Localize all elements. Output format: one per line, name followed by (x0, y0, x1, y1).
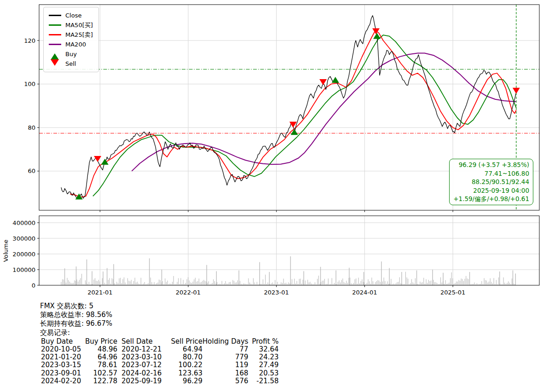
volume-spike-bar (364, 272, 364, 285)
volume-bar (272, 282, 273, 285)
volume-bar (448, 283, 448, 285)
volume-bar (457, 282, 458, 285)
y-tick-label: 0 (32, 282, 35, 289)
volume-bar (311, 283, 312, 285)
volume-bar (67, 278, 68, 285)
volume-bar (377, 280, 378, 285)
volume-bar (440, 277, 441, 285)
sell-triangle-icon (48, 61, 61, 67)
volume-bar (172, 282, 173, 285)
volume-bar (357, 284, 358, 285)
volume-spike-bar (239, 271, 239, 285)
volume-bar (196, 282, 197, 285)
volume-bar (253, 278, 254, 285)
volume-bar (508, 281, 508, 285)
volume-bar (212, 283, 213, 285)
trade-col-header: Buy Date (40, 338, 85, 346)
volume-bar (387, 282, 387, 286)
volume-bar (379, 281, 379, 285)
volume-bar (116, 282, 117, 286)
volume-bar (415, 278, 416, 285)
volume-bar (73, 283, 74, 285)
volume-bar (213, 279, 214, 285)
legend-line-swatch (48, 34, 61, 35)
trade-cell: 2025-09-19 (117, 377, 168, 385)
stat-hold-return: 长期持有收益: 96.67% (40, 319, 279, 328)
volume-spike-bar (92, 271, 92, 285)
volume-bar (487, 282, 488, 285)
volume-spike-bar (290, 256, 291, 285)
volume-bar (143, 283, 144, 285)
trade-cell: 576 (202, 377, 248, 385)
volume-bar (154, 282, 155, 285)
volume-bar (451, 272, 452, 285)
trade-col-header: Holding Days (202, 338, 248, 346)
volume-bar (74, 280, 75, 285)
volume-bar (294, 279, 295, 285)
quote-info-box: 96.29 (+3.57 +3.85%) 77.41~106.80 88.25/… (449, 159, 533, 205)
volume-bar (180, 278, 181, 285)
stat-records-label: 交易记录: (40, 329, 279, 337)
volume-bar (66, 282, 66, 285)
y-tick-label: 300000 (12, 235, 35, 242)
volume-bar (61, 282, 61, 285)
legend-label: MA25[卖] (65, 31, 93, 39)
volume-bar (114, 283, 115, 285)
volume-bar (229, 282, 229, 285)
volume-bar (324, 279, 325, 285)
volume-spike-bar (320, 267, 321, 285)
trade-cell: 2023-03-10 (117, 353, 168, 361)
trade-cell: 48.96 (85, 346, 117, 353)
volume-bar (411, 279, 412, 285)
volume-bar (177, 282, 177, 285)
volume-bar (224, 283, 225, 285)
volume-bar (355, 279, 355, 285)
buy-marker (291, 129, 298, 135)
volume-spike-bar (113, 264, 114, 285)
volume-bar (461, 278, 462, 285)
volume-bar (93, 280, 94, 285)
volume-bar (462, 279, 462, 285)
volume-bar (405, 272, 406, 285)
legend-item-ma50: MA50[买] (48, 20, 93, 30)
volume-bar (193, 282, 193, 285)
volume-bar (216, 283, 216, 285)
volume-bar (167, 281, 168, 285)
volume-bar (474, 282, 475, 285)
volume-bar (191, 283, 192, 285)
volume-bar (344, 282, 344, 285)
volume-bar (96, 281, 97, 285)
volume-spike-bar (381, 261, 381, 285)
volume-bar (492, 283, 493, 285)
volume-bar (305, 281, 306, 285)
trade-col-header: Sell Date (117, 338, 168, 346)
volume-bar (382, 282, 383, 285)
trade-row: 2023-03-1578.612023-07-12100.2211927.49 (40, 361, 279, 369)
volume-spike-bar (432, 270, 433, 285)
volume-bar (202, 281, 203, 285)
volume-bar (489, 282, 489, 285)
trade-cell: 2024-02-16 (117, 369, 168, 377)
volume-bar (125, 282, 126, 285)
volume-bar (503, 277, 504, 285)
volume-bar (376, 281, 377, 285)
strategy-stats: FMX 交易次数: 5 策略总收益率: 98.56% 长期持有收益: 96.67… (40, 302, 279, 385)
volume-bar (170, 283, 170, 285)
volume-bar (124, 277, 124, 285)
volume-spike-bar (64, 268, 65, 285)
volume-bar (127, 278, 128, 285)
volume-bar (245, 284, 245, 285)
volume-bar (445, 280, 446, 285)
chart-legend: CloseMA50[买]MA25[卖]MA200BuySell (43, 7, 99, 72)
trade-row: 2023-09-01102.572024-02-16123.6316820.53 (40, 369, 279, 377)
volume-bar (364, 282, 365, 285)
volume-bar (156, 283, 157, 286)
volume-bar (237, 280, 238, 285)
volume-bar (466, 276, 466, 285)
volume-bar (70, 283, 71, 285)
volume-bar (486, 281, 487, 285)
volume-bar (400, 283, 401, 285)
volume-spike-bar (389, 268, 389, 285)
volume-bar (78, 282, 78, 285)
gridlines (39, 5, 539, 285)
